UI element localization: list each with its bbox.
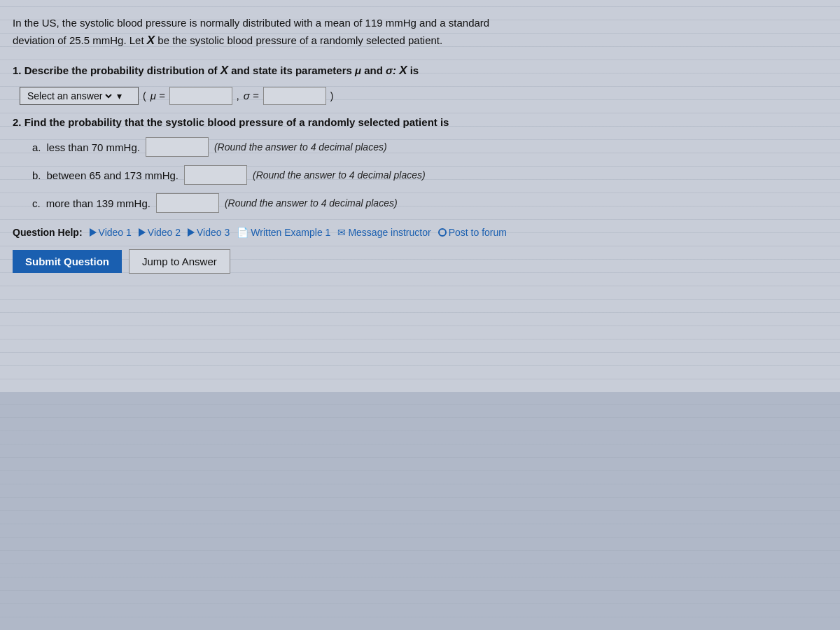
q2a-label: a.: [32, 141, 41, 153]
message-label: Message instructor: [348, 227, 430, 238]
q2c-label: c.: [32, 197, 41, 209]
q1-text1: Describe the probability distribution of: [24, 64, 218, 76]
q2a-text: less than 70 mmHg.: [47, 141, 140, 153]
mail-icon: ✉: [337, 227, 346, 238]
question-help-row: Question Help: Video 1 Video 2 Video 3 📄…: [13, 227, 819, 238]
chevron-down-icon: ▾: [117, 90, 122, 102]
mu-input[interactable]: [169, 87, 232, 105]
sigma-input[interactable]: [263, 87, 326, 105]
post-icon: [438, 228, 447, 237]
intro-paragraph: In the US, the systolic blood pressure i…: [13, 15, 819, 49]
help-label: Question Help:: [13, 227, 83, 238]
q2-part-b: b. between 65 and 173 mmHg. (Round the a…: [32, 165, 819, 185]
q1-var-x: X: [220, 64, 228, 77]
q2c-text: more than 139 mmHg.: [46, 197, 150, 209]
intro-text2: deviation of 25.5 mmHg. Let: [13, 34, 144, 46]
written-example-link[interactable]: 📄 Written Example 1: [237, 227, 330, 238]
q2-text: Find the probability that the systolic b…: [24, 116, 449, 128]
distribution-select[interactable]: Select an answer Normal Binomial Poisson…: [24, 90, 114, 102]
play-icon-1: [90, 228, 97, 237]
question-2-block: 2. Find the probability that the systoli…: [13, 115, 819, 214]
post-to-forum-link[interactable]: Post to forum: [438, 227, 507, 238]
q2a-input[interactable]: [146, 137, 209, 157]
q1-and: and: [364, 64, 383, 76]
question-1-block: 1. Describe the probability distribution…: [13, 62, 819, 105]
document-icon: 📄: [237, 227, 248, 238]
video2-link[interactable]: Video 2: [139, 227, 181, 238]
intro-var-x: X: [147, 34, 155, 47]
q2-label: 2.: [13, 116, 22, 128]
mu-eq-label: μ =: [150, 90, 165, 102]
q2b-label: b.: [32, 169, 41, 181]
written-label: Written Example 1: [251, 227, 330, 238]
q2a-note: (Round the answer to 4 decimal places): [214, 141, 387, 153]
intro-text3: be the systolic blood pressure of a rand…: [158, 34, 442, 46]
q2-part-a: a. less than 70 mmHg. (Round the answer …: [32, 137, 819, 157]
submit-question-button[interactable]: Submit Question: [13, 250, 122, 273]
video3-link[interactable]: Video 3: [188, 227, 230, 238]
q1-sigma: σ:: [386, 64, 396, 76]
post-label: Post to forum: [449, 227, 507, 238]
paren-close: ): [330, 90, 334, 102]
question-1-title: 1. Describe the probability distribution…: [13, 62, 819, 80]
q1-var-x2: X: [399, 64, 407, 77]
paren-open: (: [143, 90, 146, 102]
video3-label: Video 3: [197, 227, 230, 238]
question-2-title: 2. Find the probability that the systoli…: [13, 115, 819, 131]
video2-label: Video 2: [148, 227, 181, 238]
q2b-text: between 65 and 173 mmHg.: [47, 169, 178, 181]
q1-text2: and state its parameters: [231, 64, 352, 76]
message-instructor-link[interactable]: ✉ Message instructor: [337, 227, 430, 238]
q1-input-row: Select an answer Normal Binomial Poisson…: [20, 87, 819, 105]
sigma-eq-label: σ =: [244, 90, 259, 102]
intro-text1: In the US, the systolic blood pressure i…: [13, 17, 489, 29]
jump-to-answer-button[interactable]: Jump to Answer: [129, 249, 230, 274]
main-container: In the US, the systolic blood pressure i…: [0, 0, 840, 392]
q1-is: is: [410, 64, 419, 76]
q2-part-c: c. more than 139 mmHg. (Round the answer…: [32, 193, 819, 213]
q2c-note: (Round the answer to 4 decimal places): [225, 197, 398, 209]
play-icon-2: [139, 228, 146, 237]
q1-label: 1.: [13, 64, 22, 76]
video1-label: Video 1: [99, 227, 132, 238]
button-row: Submit Question Jump to Answer: [13, 249, 819, 274]
q2b-note: (Round the answer to 4 decimal places): [253, 169, 426, 181]
comma: ,: [237, 90, 239, 102]
select-answer-dropdown[interactable]: Select an answer Normal Binomial Poisson…: [20, 87, 139, 105]
q2b-input[interactable]: [184, 165, 247, 185]
q2c-input[interactable]: [156, 193, 219, 213]
video1-link[interactable]: Video 1: [90, 227, 132, 238]
play-icon-3: [188, 228, 195, 237]
q1-mu: μ: [355, 64, 361, 76]
